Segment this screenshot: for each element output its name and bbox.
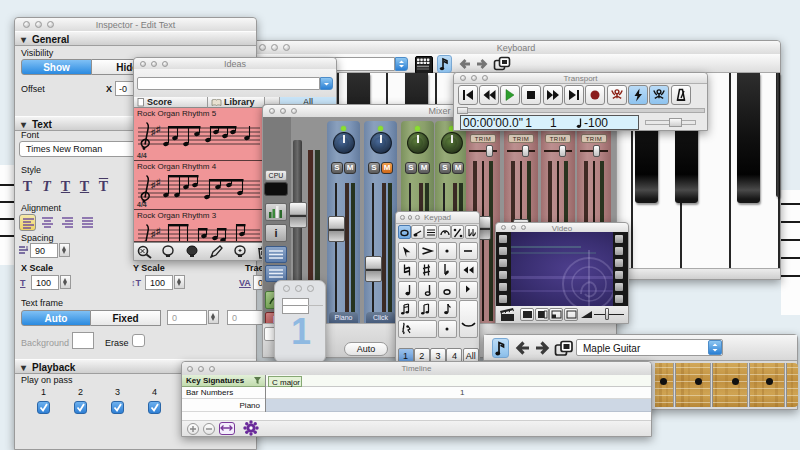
svg-text:♯: ♯ xyxy=(156,124,161,134)
svg-text:♯: ♯ xyxy=(156,177,161,187)
svg-text:♯: ♯ xyxy=(156,226,161,236)
